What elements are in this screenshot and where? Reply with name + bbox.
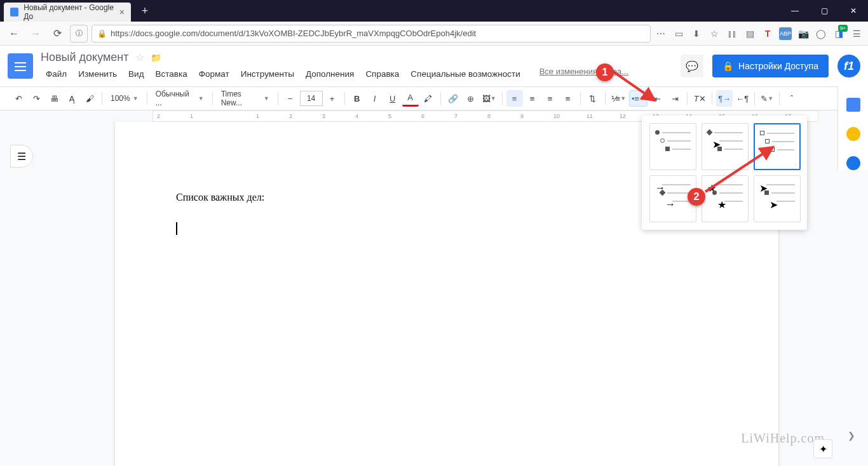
spellcheck-button[interactable]: Ą	[64, 90, 80, 107]
watermark: LiWiHelp.com	[741, 431, 825, 446]
save-icon[interactable]: ⬇	[690, 27, 703, 40]
undo-button[interactable]: ↶	[10, 90, 27, 107]
browser-tab[interactable]: Новый документ - Google До ×	[4, 3, 131, 22]
star-icon[interactable]: ☆	[135, 51, 144, 63]
doc-text-line: Список важных дел:	[176, 192, 717, 203]
close-tab-icon[interactable]: ×	[119, 7, 125, 17]
menu-view[interactable]: Вид	[123, 67, 149, 81]
rtl-button[interactable]: ←¶	[734, 90, 750, 107]
indent-increase-button[interactable]: ⇥	[667, 90, 683, 107]
annotation-arrow-2	[703, 143, 779, 194]
window-controls: — ▢ ✕	[780, 0, 868, 22]
reader-icon[interactable]: ▭	[672, 27, 685, 40]
menu-tools[interactable]: Инструменты	[236, 67, 299, 81]
redo-button[interactable]: ↷	[28, 90, 44, 107]
align-right-button[interactable]: ≡	[542, 90, 559, 107]
container-icon[interactable]: ◨9+	[832, 27, 845, 40]
menu-help[interactable]: Справка	[360, 67, 404, 81]
zoom-select[interactable]: 100%▼	[106, 91, 143, 106]
tab-title: Новый документ - Google До	[24, 3, 119, 21]
font-size-decrease[interactable]: −	[282, 90, 299, 107]
forward-button[interactable]: →	[27, 25, 44, 43]
calendar-app-icon[interactable]	[846, 98, 860, 112]
style-select[interactable]: Обычный ...▼	[151, 91, 208, 106]
share-label: Настройки Доступа	[738, 61, 818, 71]
back-button[interactable]: ←	[5, 25, 23, 43]
browser-addressbar: ← → ⟳ ⓘ 🔒 https://docs.google.com/docume…	[0, 22, 868, 46]
svg-line-3	[705, 147, 773, 192]
editing-mode-button[interactable]: ✎▼	[759, 90, 775, 107]
text-ext-icon[interactable]: T	[761, 27, 774, 40]
doc-title[interactable]: Новый документ	[41, 51, 129, 64]
comment-add-button[interactable]: ⊕	[463, 90, 479, 107]
annotation-callout-2: 2	[688, 188, 705, 206]
collapse-toolbar-button[interactable]: ˆ	[783, 90, 800, 107]
lock-icon: 🔒	[722, 61, 733, 71]
highlight-button[interactable]: 🖍	[420, 90, 437, 107]
lock-icon: 🔒	[97, 29, 107, 38]
new-tab-button[interactable]: +	[136, 2, 154, 20]
side-panel-expand[interactable]: ❯	[844, 428, 859, 443]
line-spacing-button[interactable]: ⇅	[585, 90, 601, 107]
paint-format-button[interactable]: 🖌	[81, 90, 98, 107]
menu-insert[interactable]: Вставка	[151, 67, 193, 81]
book-icon[interactable]: ▤	[743, 27, 756, 40]
docs-favicon	[10, 8, 18, 17]
url-input[interactable]: 🔒 https://docs.google.com/document/d/13k…	[92, 25, 651, 43]
link-button[interactable]: 🔗	[445, 90, 461, 107]
font-select[interactable]: Times New...▼	[217, 91, 274, 106]
screenshot-icon[interactable]: 📷	[797, 27, 810, 40]
align-center-button[interactable]: ≡	[524, 90, 541, 107]
image-button[interactable]: 🖼▼	[480, 90, 498, 107]
explore-button[interactable]: ✦	[813, 439, 832, 458]
keep-app-icon[interactable]	[846, 127, 860, 141]
profile-icon[interactable]: ◯	[815, 27, 827, 40]
docs-toolbar: ↶ ↷ 🖶 Ą 🖌 100%▼ Обычный ...▼ Times New..…	[0, 86, 868, 110]
outline-toggle[interactable]: ☰	[10, 145, 33, 168]
ltr-button[interactable]: ¶→	[716, 90, 733, 107]
menu-accessibility[interactable]: Специальные возможности	[405, 67, 525, 81]
tasks-app-icon[interactable]	[846, 156, 860, 170]
comments-button[interactable]: 💬	[681, 55, 703, 77]
bookmark-icon[interactable]: ☆	[708, 27, 721, 40]
side-panel	[837, 86, 868, 170]
underline-button[interactable]: U	[384, 90, 401, 107]
docs-logo-icon[interactable]	[8, 53, 33, 79]
reload-button[interactable]: ⟳	[48, 25, 66, 43]
outline-icon: ☰	[17, 150, 26, 163]
url-text: https://docs.google.com/document/d/13kVo…	[111, 29, 476, 38]
menu-file[interactable]: Файл	[41, 67, 72, 81]
italic-button[interactable]: I	[367, 90, 383, 107]
hamburger-icon[interactable]: ☰	[850, 27, 863, 40]
browser-titlebar: Новый документ - Google До × + — ▢ ✕	[0, 0, 868, 22]
text-cursor	[176, 222, 177, 235]
annotation-arrow-1	[610, 69, 661, 107]
align-justify-button[interactable]: ≡	[560, 90, 576, 107]
minimize-button[interactable]: —	[780, 0, 810, 22]
user-avatar[interactable]: f1	[837, 55, 860, 77]
font-size-increase[interactable]: +	[324, 90, 341, 107]
annotation-callout-1: 1	[596, 63, 614, 81]
maximize-button[interactable]: ▢	[810, 0, 839, 22]
text-color-button[interactable]: A	[402, 90, 419, 107]
svg-line-1	[613, 71, 654, 100]
info-button[interactable]: ⓘ	[70, 25, 88, 43]
comment-icon: 💬	[686, 60, 698, 72]
font-size-input[interactable]: 14	[300, 91, 323, 106]
clear-format-button[interactable]: T✕	[691, 90, 708, 107]
browser-extensions: ⋯ ▭ ⬇ ☆ ⫿⫿ ▤ T ABP 📷 ◯ ◨9+ ☰	[654, 27, 863, 40]
docs-header: Новый документ ☆ 📁 Файл Изменить Вид Вст…	[0, 46, 868, 86]
more-icon[interactable]: ⋯	[654, 27, 667, 40]
library-icon[interactable]: ⫿⫿	[726, 27, 738, 40]
align-left-button[interactable]: ≡	[506, 90, 523, 107]
menu-format[interactable]: Формат	[194, 67, 234, 81]
bullet-option-1[interactable]	[649, 123, 696, 170]
adblock-icon[interactable]: ABP	[779, 27, 792, 40]
bold-button[interactable]: B	[349, 90, 365, 107]
share-button[interactable]: 🔒 Настройки Доступа	[712, 55, 829, 77]
close-window-button[interactable]: ✕	[839, 0, 868, 22]
print-button[interactable]: 🖶	[46, 90, 62, 107]
menu-edit[interactable]: Изменить	[73, 67, 122, 81]
folder-icon[interactable]: 📁	[151, 53, 161, 63]
menu-addons[interactable]: Дополнения	[301, 67, 359, 81]
